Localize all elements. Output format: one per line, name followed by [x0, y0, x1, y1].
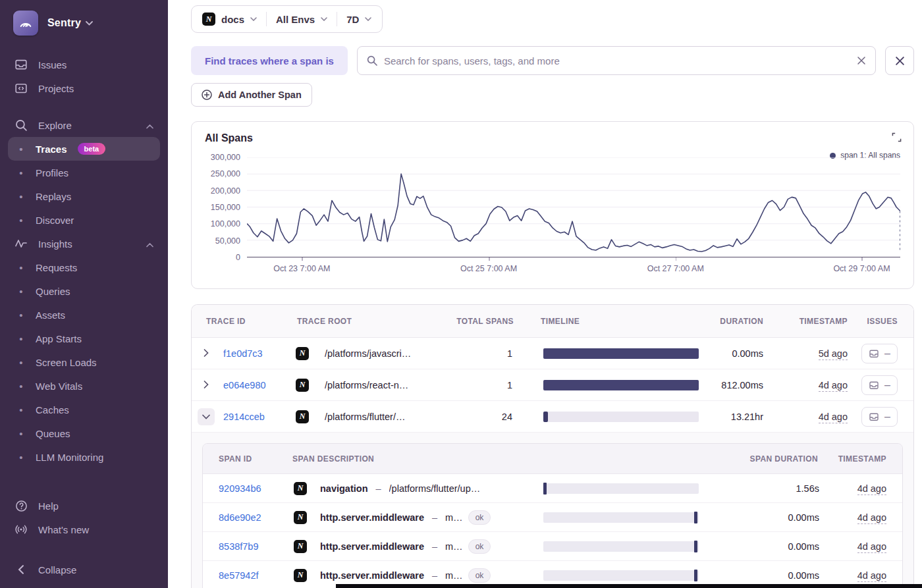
chart-x-axis: Oct 23 7:00 AM Oct 25 7:00 AM Oct 27 7:0… — [247, 257, 900, 277]
chart-title: All Spans — [205, 132, 900, 144]
span-id-link[interactable]: 8e57942f — [219, 570, 258, 581]
issues-count-button[interactable]: – — [861, 344, 898, 363]
col-header-span-description[interactable]: SPAN DESCRIPTION — [291, 454, 541, 464]
expand-row-icon[interactable] — [203, 348, 209, 360]
bullet-icon: • — [17, 167, 25, 178]
sidebar-item-traces[interactable]: • Traces beta — [8, 137, 160, 161]
sidebar-item-profiles[interactable]: • Profiles — [8, 161, 160, 184]
y-tick-label: 300,000 — [211, 153, 240, 162]
col-header-span-timestamp[interactable]: TIMESTAMP — [821, 454, 902, 464]
timestamp[interactable]: 4d ago — [819, 380, 848, 392]
x-tick-label: Oct 23 7:00 AM — [273, 264, 330, 273]
expand-row-icon[interactable] — [203, 379, 209, 391]
add-another-span-label: Add Another Span — [218, 90, 302, 100]
y-tick-label: 200,000 — [211, 186, 240, 196]
sidebar-item-app-starts[interactable]: • App Starts — [8, 327, 160, 350]
span-timeline-bar[interactable] — [543, 570, 699, 581]
add-another-span-button[interactable]: Add Another Span — [191, 83, 312, 107]
sidebar-item-what-s-new[interactable]: What's new — [8, 518, 160, 541]
x-tick-mark — [676, 257, 677, 261]
sidebar-item-queues[interactable]: • Queues — [8, 421, 160, 445]
trace-id-link[interactable]: e064e980 — [223, 380, 266, 390]
sidebar-item-label: Requests — [36, 262, 77, 273]
timeline-bar[interactable] — [543, 348, 699, 359]
timeline-bar[interactable] — [543, 412, 699, 422]
span-id-link[interactable]: 920934b6 — [219, 483, 261, 494]
sidebar-item-issues[interactable]: Issues — [8, 53, 160, 76]
sidebar-item-help[interactable]: Help — [8, 494, 160, 518]
sidebar-item-label: Assets — [36, 309, 65, 321]
bullet-icon: • — [17, 191, 25, 202]
bullet-icon: • — [17, 286, 25, 297]
sidebar-item-label: LLM Monitoring — [36, 452, 103, 463]
sidebar-item-explore[interactable]: Explore — [8, 113, 160, 137]
col-header-total-spans[interactable]: TOTAL SPANS — [453, 317, 516, 326]
environment-selector[interactable]: All Envs — [276, 14, 327, 25]
sidebar-item-label: Caches — [36, 404, 69, 415]
span-id-link[interactable]: 8d6e90e2 — [219, 512, 261, 523]
divider — [266, 12, 267, 26]
col-header-span-duration[interactable]: SPAN DURATION — [696, 454, 821, 464]
timestamp[interactable]: 4d ago — [819, 412, 848, 423]
trace-root: /platforms/flutter/… — [325, 412, 405, 422]
sentry-logo — [13, 11, 38, 36]
sidebar-item-caches[interactable]: • Caches — [8, 398, 160, 421]
span-timestamp[interactable]: 4d ago — [857, 483, 886, 495]
sidebar-item-queries[interactable]: • Queries — [8, 279, 160, 303]
separator: – — [429, 541, 440, 552]
sidebar-item-web-vitals[interactable]: • Web Vitals — [8, 374, 160, 398]
issues-count-button[interactable]: – — [861, 375, 898, 395]
sidebar-item-discover[interactable]: • Discover — [8, 208, 160, 232]
col-header-timeline[interactable]: TIMELINE — [516, 317, 696, 326]
col-header-duration[interactable]: DURATION — [696, 317, 773, 326]
sidebar-item-llm-monitoring[interactable]: • LLM Monitoring — [8, 445, 160, 469]
span-description: m… — [445, 570, 463, 581]
timeline-bar[interactable] — [543, 380, 699, 390]
col-header-trace-root[interactable]: TRACE ROOT — [289, 317, 453, 326]
span-timeline-bar[interactable] — [543, 483, 699, 494]
chevron-left-icon — [14, 565, 28, 574]
sidebar-item-label: Collapse — [38, 564, 153, 575]
sidebar-item-insights[interactable]: Insights — [8, 232, 160, 255]
sidebar-item-replays[interactable]: • Replays — [8, 184, 160, 208]
sidebar-item-requests[interactable]: • Requests — [8, 255, 160, 279]
col-header-timestamp[interactable]: TIMESTAMP — [773, 317, 855, 326]
find-traces-label[interactable]: Find traces where a span is — [191, 46, 348, 75]
sidebar-item-assets[interactable]: • Assets — [8, 303, 160, 327]
clear-search-icon[interactable] — [857, 56, 866, 65]
timestamp[interactable]: 5d ago — [819, 348, 848, 360]
col-header-span-id[interactable]: SPAN ID — [203, 454, 291, 464]
span-timestamp[interactable]: 4d ago — [857, 541, 886, 553]
trace-id-link[interactable]: 2914cceb — [223, 412, 265, 422]
project-selector[interactable]: N docs — [202, 13, 257, 26]
span-timestamp[interactable]: 4d ago — [857, 512, 886, 524]
sidebar-item-label: Web Vitals — [36, 381, 82, 392]
span-timestamp[interactable]: 4d ago — [857, 570, 886, 582]
span-table-header: SPAN ID SPAN DESCRIPTION SPAN DURATION T… — [203, 444, 902, 474]
span-description: m… — [445, 541, 463, 552]
col-header-trace-id[interactable]: TRACE ID — [192, 317, 289, 326]
span-duration: 0.00ms — [696, 570, 821, 581]
y-tick-label: 150,000 — [211, 203, 240, 212]
span-timeline-bar[interactable] — [543, 541, 699, 552]
chart-plot-area[interactable] — [247, 157, 900, 257]
sidebar-item-screen-loads[interactable]: • Screen Loads — [8, 350, 160, 374]
collapse-row-button[interactable] — [198, 408, 215, 425]
trace-id-link[interactable]: f1e0d7c3 — [223, 348, 263, 359]
separator: – — [429, 512, 440, 523]
issues-count-button[interactable]: – — [861, 407, 898, 427]
sidebar-item-label: Screen Loads — [36, 357, 97, 368]
trace-root: /platforms/javascri… — [325, 348, 411, 359]
sidebar-item-collapse[interactable]: Collapse — [8, 558, 160, 581]
org-switcher[interactable]: Sentry — [8, 9, 160, 36]
remove-span-filter-button[interactable] — [885, 46, 914, 75]
span-id-link[interactable]: 8538f7b9 — [219, 541, 258, 552]
span-row: 8538f7b9 N http.server.middleware – m…ok… — [203, 532, 902, 561]
expand-chart-icon[interactable] — [892, 132, 902, 145]
date-range-selector[interactable]: 7D — [346, 14, 371, 25]
sidebar-item-projects[interactable]: Projects — [8, 76, 160, 100]
span-timeline-bar[interactable] — [543, 512, 699, 523]
span-duration: 1.56s — [696, 483, 821, 494]
span-search-input[interactable] — [384, 55, 850, 67]
col-header-issues[interactable]: ISSUES — [855, 317, 913, 326]
